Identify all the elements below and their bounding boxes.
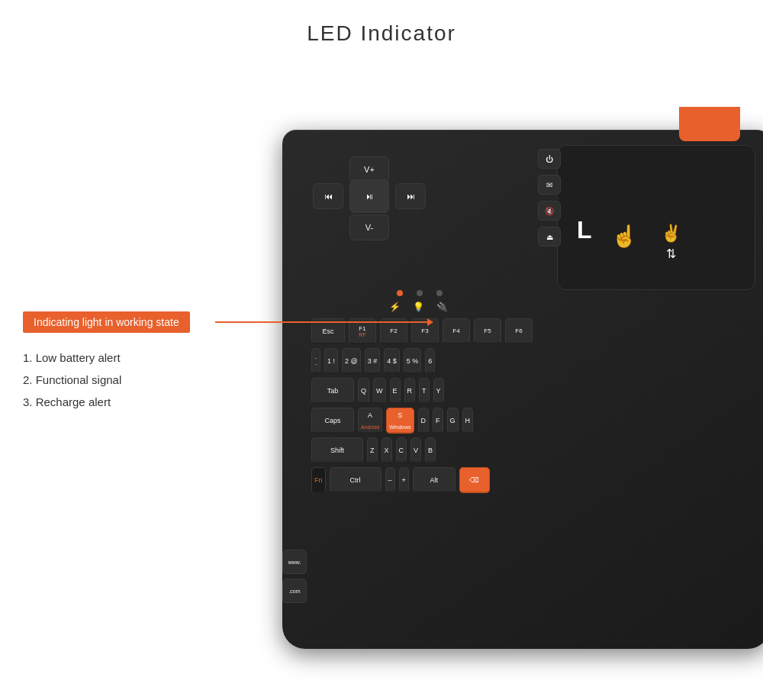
mute-button[interactable]: 🔇 [538,201,561,221]
left-tab-keys: www. .com [282,344,309,603]
play-button[interactable]: ⏯ [349,179,389,213]
key-4[interactable]: 4 $ [384,348,400,374]
media-controls: V+ ⏮ ⏯ ⏭ V- [298,145,465,282]
minus-key[interactable]: – [385,467,395,493]
features-list: 1. Low battery alert 2. Functional signa… [23,347,121,414]
media-hex-group: V+ ⏮ ⏯ ⏭ V- [305,156,435,263]
key-3[interactable]: 3 # [365,348,381,374]
led-dot-recharge [436,290,443,296]
touchpad[interactable]: L ☝ ✌ ⇅ [557,145,755,290]
side-buttons-group: ⏻ ✉ 🔇 ⏏ [538,149,561,247]
d-key[interactable]: D [418,408,430,434]
q-key[interactable]: Q [358,378,369,404]
orange-accent [679,107,740,141]
key-5[interactable]: 5 % [404,348,422,374]
single-finger-icon: ☝ [611,224,638,261]
com-key[interactable]: .com [282,579,307,603]
number-row: ·~ 1 ! 2 @ 3 # 4 $ 5 % 6 [311,348,763,374]
tab-key[interactable]: Tab [311,378,354,404]
z-key[interactable]: Z [367,437,378,463]
h-key[interactable]: H [462,408,474,434]
feature-item-2: 2. Functional signal [23,369,121,390]
mail-button[interactable]: ✉ [538,175,561,195]
vol-up-button[interactable]: V+ [349,156,389,182]
keyboard-device: VIBOTO L ☝ ✌ ⇅ ⏻ ✉ 🔇 ⏏ [267,107,763,664]
led-icons-row: ⚡ 💡 🔌 [389,302,448,312]
key-2[interactable]: 2 @ [342,348,361,374]
recharge-led-icon: 🔌 [436,302,448,312]
scroll-arrows-icon: ⇅ [666,247,676,261]
led-dot-signal [417,290,423,296]
f6-key[interactable]: F6 [505,318,533,344]
vol-down-button[interactable]: V- [349,215,389,240]
y-key[interactable]: Y [433,378,444,404]
keyboard-body: VIBOTO L ☝ ✌ ⇅ ⏻ ✉ 🔇 ⏏ [282,130,763,649]
e-key[interactable]: E [390,378,401,404]
g-key[interactable]: G [447,408,459,434]
left-click-label: L [577,216,592,244]
fn-modifier-key[interactable]: Fn [311,467,326,493]
bottom-row: Fn Ctrl – + Alt ⌫ [311,467,763,493]
double-finger-icon: ✌ [661,224,681,244]
x-key[interactable]: X [382,437,392,463]
b-key[interactable]: B [425,437,436,463]
f5-key[interactable]: F5 [474,318,501,344]
qwerty-row: Tab Q W E R T Y [311,378,763,404]
caps-key[interactable]: Caps [311,408,354,434]
v-key[interactable]: V [410,437,421,463]
page-title: LED Indicator [0,0,763,46]
key-6[interactable]: 6 [425,348,435,374]
prev-button[interactable]: ⏮ [313,183,343,209]
asdf-row: Caps AAndroid SWindows D F G H [311,408,763,434]
led-indicator-row [397,290,443,296]
alt-key[interactable]: Alt [413,467,456,493]
next-button[interactable]: ⏭ [395,183,426,209]
lock-button[interactable]: ⏏ [538,227,561,247]
www-key[interactable]: www. [282,550,307,574]
f4-key[interactable]: F4 [443,318,470,344]
key-1[interactable]: 1 ! [324,348,338,374]
w-key[interactable]: W [373,378,386,404]
special-orange-key[interactable]: ⌫ [459,467,490,493]
signal-led-icon: 💡 [413,302,424,312]
s-key[interactable]: SWindows [386,408,414,434]
a-key[interactable]: AAndroid [358,408,382,434]
feature-item-1: 1. Low battery alert [23,347,121,368]
led-dot-battery [397,290,403,296]
scroll-icon-group: ✌ ⇅ [661,224,681,261]
battery-led-icon: ⚡ [389,302,401,312]
c-key[interactable]: C [396,437,407,463]
annotation-line [215,321,429,323]
f-key[interactable]: F [433,408,443,434]
t-key[interactable]: T [419,378,430,404]
feature-item-3: 3. Recharge alert [23,392,121,412]
ctrl-key[interactable]: Ctrl [330,467,382,493]
keyboard-rows: Esc F1 RF F2 F3 F4 F5 F6 ·~ 1 ! 2 @ 3 # … [311,318,763,497]
power-button[interactable]: ⏻ [538,149,561,169]
key-tilde[interactable]: ·~ [311,348,320,374]
annotation-label: Indicating light in working state [23,311,190,333]
shift-key[interactable]: Shift [311,437,363,463]
zxcv-row: Shift Z X C V B [311,437,763,463]
plus-key[interactable]: + [399,467,409,493]
r-key[interactable]: R [404,378,416,404]
